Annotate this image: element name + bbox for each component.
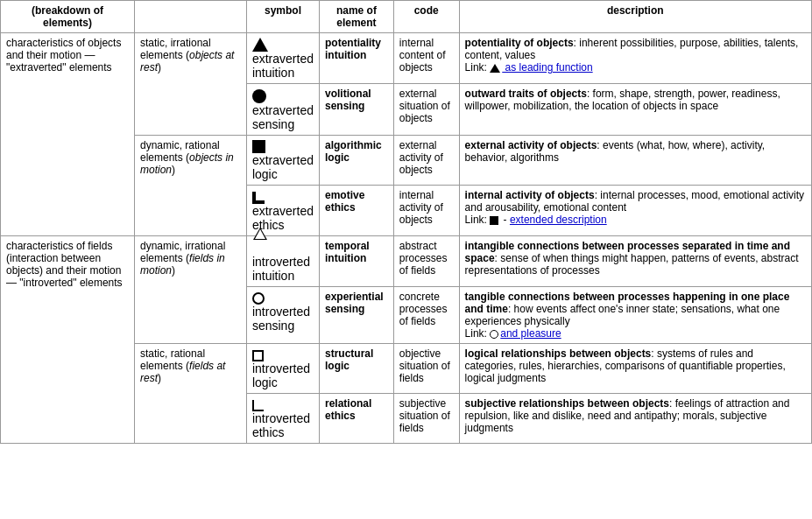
header-type	[135, 1, 247, 33]
extended-description-link[interactable]: extended description	[510, 214, 607, 226]
symbol-extraverted-sensing: extraverted sensing	[246, 84, 319, 135]
name-relational-ethics: relational ethics	[319, 393, 393, 443]
leading-function-link[interactable]: as leading function	[502, 61, 592, 74]
circle-outline-icon	[252, 292, 265, 305]
code-structural: objective situation of fields	[393, 343, 459, 393]
triangle-filled-icon	[252, 38, 268, 52]
code-relational: subjective situation of fields	[393, 393, 459, 443]
desc-algorithmic: external activity of objects: events (wh…	[459, 135, 811, 186]
circle-filled-icon	[252, 89, 266, 103]
l-shape-icon	[252, 192, 265, 204]
triangle-outline-icon	[252, 241, 268, 255]
name-structural-logic: structural logic	[319, 343, 393, 393]
square-outline-icon	[252, 350, 264, 361]
name-emotive-ethics: emotive ethics	[319, 186, 393, 235]
desc-volitional: outward traits of objects: form, shape, …	[459, 84, 811, 135]
link-circle-icon	[490, 330, 498, 339]
header-breakdown: (breakdown of elements)	[1, 1, 135, 33]
desc-structural: logical relationships between objects: s…	[459, 343, 811, 393]
and-pleasure-link[interactable]: and pleasure	[500, 327, 561, 340]
header-code: code	[393, 1, 459, 33]
type-dynamic-irrational: dynamic, irrational elements (fields in …	[135, 235, 247, 343]
desc-potentiality: potentiality of objects: inherent possib…	[459, 33, 811, 84]
name-potentiality-intuition: potentiality intuition	[319, 33, 393, 84]
l-outline-icon	[252, 400, 264, 411]
square-filled-icon	[252, 140, 265, 153]
symbol-extraverted-intuition: extraverted intuition	[246, 33, 319, 84]
desc-temporal: intangible connections between processes…	[459, 235, 811, 286]
symbol-introverted-intuition: introverted intuition	[246, 235, 319, 286]
type-static-rational: static, rational elements (fields at res…	[135, 343, 247, 443]
desc-relational: subjective relationships between objects…	[459, 393, 811, 443]
symbol-extraverted-logic: extraverted logic	[246, 135, 319, 186]
link-square-icon	[490, 216, 498, 225]
breakdown-introverted: characteristics of fields (interaction b…	[1, 235, 135, 443]
code-temporal: abstract processes of fields	[393, 235, 459, 286]
code-experiential: concrete processes of fields	[393, 286, 459, 343]
name-volitional-sensing: volitional sensing	[319, 84, 393, 135]
name-algorithmic-logic: algorithmic logic	[319, 135, 393, 186]
table-row: characteristics of fields (interaction b…	[1, 235, 812, 286]
table-header: (breakdown of elements) symbol name of e…	[1, 1, 812, 33]
name-temporal-intuition: temporal intuition	[319, 235, 393, 286]
type-static-irrational: static, irrational elements (objects at …	[135, 33, 247, 136]
header-description: description	[459, 1, 811, 33]
breakdown-extraverted: characteristics of objects and their mot…	[1, 33, 135, 236]
desc-emotive: internal activity of objects: internal p…	[459, 186, 811, 235]
table-row: characteristics of objects and their mot…	[1, 33, 812, 84]
header-name: name of element	[319, 1, 393, 33]
link-triangle-icon	[490, 64, 500, 73]
symbol-introverted-ethics: introverted ethics	[246, 393, 319, 443]
symbol-introverted-logic: introverted logic	[246, 343, 319, 393]
code-emotive: internal activity of objects	[393, 186, 459, 235]
code-algorithmic: external activity of objects	[393, 135, 459, 186]
header-symbol: symbol	[246, 1, 319, 33]
type-dynamic-rational: dynamic, rational elements (objects in m…	[135, 135, 247, 235]
code-potentiality: internal content of objects	[393, 33, 459, 84]
desc-experiential: tangible connections between processes h…	[459, 286, 811, 343]
code-volitional: external situation of objects	[393, 84, 459, 135]
name-experiential-sensing: experiential sensing	[319, 286, 393, 343]
symbol-introverted-sensing: introverted sensing	[246, 286, 319, 343]
